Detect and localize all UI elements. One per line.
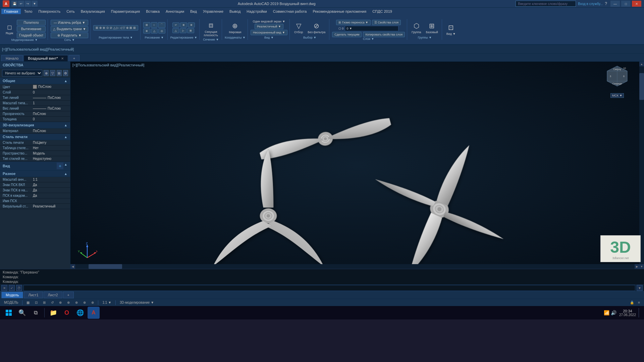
- status-grid[interactable]: ▦: [25, 301, 31, 304]
- props-icon-btn4[interactable]: ⚙: [63, 70, 68, 76]
- status-osnap[interactable]: ⊕: [58, 301, 63, 304]
- ribbon-btn-bez-filtra[interactable]: ⊘ Без фильтра: [306, 21, 327, 35]
- draw-btn2[interactable]: ○: [151, 22, 157, 28]
- menu-item-vizualizaciya[interactable]: Визуализация: [78, 9, 108, 14]
- status-dynin[interactable]: ⊕: [74, 301, 79, 304]
- section-general[interactable]: Общие ▲: [0, 78, 70, 84]
- view-unsaved-btn[interactable]: Несохраненный вид ▼: [251, 30, 287, 35]
- props-icon-btn2[interactable]: ▽: [50, 70, 55, 76]
- edit-btn2[interactable]: ⊕: [180, 22, 187, 27]
- edit-btn1[interactable]: ↩: [172, 22, 179, 27]
- menu-item-annotacii[interactable]: Аннотации: [163, 9, 187, 14]
- props-icon-btn1[interactable]: ⊕: [44, 70, 49, 76]
- status-otrack[interactable]: ⊕: [66, 301, 71, 304]
- taskview-button[interactable]: ⧉: [30, 307, 42, 319]
- ribbon-btn-izvlech-rebra[interactable]: — Извлечь ребра ▼: [51, 20, 88, 25]
- draw-btn5[interactable]: △: [151, 28, 158, 34]
- menu-item-nadstroiki[interactable]: Надстройки: [244, 9, 269, 14]
- status-anno-scale[interactable]: 1:1 ▼: [101, 301, 113, 304]
- login-link[interactable]: Вход в службу...: [578, 2, 603, 6]
- edit-btn4[interactable]: △: [172, 28, 179, 33]
- close-button[interactable]: ✕: [632, 1, 641, 7]
- scroll-right-arrow[interactable]: ▶: [635, 264, 639, 269]
- status-workspace[interactable]: 3D-моделирование ▼: [118, 301, 155, 304]
- menu-item-upravlenie[interactable]: Управление: [200, 9, 226, 14]
- command-input[interactable]: [23, 285, 635, 291]
- model-tab-list1[interactable]: Лист1: [24, 292, 43, 298]
- status-polar[interactable]: ↺: [50, 301, 55, 304]
- selection-dropdown[interactable]: Ничего не выбрано: [2, 70, 42, 76]
- ribbon-btn-vid-dropdown[interactable]: ⊡ Вид ▼: [445, 22, 458, 37]
- menu-item-vstavka[interactable]: Вставка: [143, 9, 162, 14]
- quick-access-btn[interactable]: 💾: [11, 1, 17, 7]
- draw-btn4[interactable]: ⊕: [143, 28, 150, 34]
- ucs-indicator-btn[interactable]: МСК ▼: [610, 93, 624, 98]
- model-tab-model[interactable]: Модель: [1, 292, 23, 298]
- cmd-ok-btn[interactable]: ✓: [9, 285, 15, 291]
- gizmo-perenos-btn[interactable]: ⊞ Гизмо переноса ▼: [336, 20, 371, 25]
- menu-item-set[interactable]: Сеть: [64, 9, 77, 14]
- cmd-recent-btn[interactable]: ⏱: [16, 285, 22, 291]
- model-tab-add[interactable]: +: [63, 292, 74, 298]
- start-button[interactable]: [3, 307, 15, 319]
- draw-btn6[interactable]: ◎: [158, 28, 165, 34]
- menu-item-parametrizaciya[interactable]: Параметризация: [108, 9, 143, 14]
- svoistva-sloya-btn[interactable]: ☰ Свойства слоя: [372, 20, 401, 25]
- section-3d-viz[interactable]: 3D-визуализация ▲: [0, 122, 70, 128]
- ribbon-btn-base[interactable]: ⊞ Базовый: [424, 21, 440, 35]
- menu-item-poverkhnost[interactable]: Поверхность: [36, 9, 63, 14]
- files-taskbar-button[interactable]: 📁: [47, 307, 59, 319]
- layer-selector[interactable]: 0 ▼: [346, 27, 397, 30]
- ribbon-btn-section-plane[interactable]: ⧈ Секущая плоскость: [202, 20, 220, 38]
- doc-tab-add[interactable]: +: [69, 55, 79, 61]
- ribbon-btn-otbor[interactable]: ▽ Отбор: [292, 21, 305, 35]
- ribbon-btn-vydat-grani[interactable]: △ Выдавить грани ▼: [51, 26, 88, 32]
- menu-item-glavnaya[interactable]: Главная: [1, 9, 21, 14]
- viewcube[interactable]: Сверху 8 3 Спереди 10 МСК ▼: [604, 64, 631, 91]
- draw-btn1[interactable]: ⊞: [143, 22, 150, 28]
- ribbon-btn-redaktir-tela[interactable]: ⊞ ⊕ ⊗ ⊙ ⊘ △ ▷ ◁ ▽ ⊕ ⊠ ⊞: [93, 25, 138, 31]
- menu-item-telo[interactable]: Тело: [21, 9, 35, 14]
- autocad-taskbar-button[interactable]: A: [88, 307, 100, 319]
- status-lock[interactable]: 🔒: [629, 301, 635, 304]
- edit-btn6[interactable]: ⊞: [187, 28, 194, 33]
- status-menu[interactable]: ≡: [637, 301, 641, 304]
- taskbar-icon-network[interactable]: 📶: [604, 310, 609, 315]
- maximize-button[interactable]: □: [621, 1, 631, 7]
- viewport[interactable]: [=][Пользовательский вид][Реалистичный] …: [70, 62, 644, 269]
- doc-tab-propeller[interactable]: Воздушный винт* ✕: [23, 55, 68, 61]
- scroll-down-arrow[interactable]: ▼: [639, 264, 644, 269]
- ribbon-btn-vytiagivanie[interactable]: Вытягивание: [17, 26, 46, 32]
- menu-item-sovmestnaya[interactable]: Совместная работа: [270, 9, 310, 14]
- status-lineweight[interactable]: ⊕: [82, 301, 87, 304]
- minimize-button[interactable]: —: [610, 1, 620, 7]
- ribbon-btn-politelo[interactable]: Политело: [17, 20, 46, 25]
- ribbon-btn-gladkiy[interactable]: Гладкий объект: [17, 33, 46, 38]
- menu-item-rekomendovannye[interactable]: Рекомендованные приложения: [310, 9, 369, 14]
- section-print-style[interactable]: Стиль печати ▲: [0, 134, 70, 140]
- props-icon-btn3[interactable]: ⊞: [57, 70, 62, 76]
- taskbar-icon-sound[interactable]: 🔊: [611, 310, 616, 315]
- cmd-cancel-btn[interactable]: ✕: [1, 285, 7, 291]
- section-misc[interactable]: Разное ▲: [0, 171, 70, 177]
- ribbon-btn-world-ucs[interactable]: ⊕ Мировая: [227, 21, 243, 35]
- viewport-scrollbar-h[interactable]: ◀ ▶: [70, 264, 639, 269]
- view-realistic-btn[interactable]: Реалистичный ▼: [255, 24, 283, 29]
- kopirovat-svoistva-btn[interactable]: Копировать свойства слоя: [363, 32, 405, 37]
- opera-taskbar-button[interactable]: O: [61, 307, 73, 319]
- menu-item-spds[interactable]: СПДС 2019: [370, 9, 395, 14]
- doc-tab-nachalo[interactable]: Начало: [1, 55, 23, 61]
- edit-btn3[interactable]: ⊗: [188, 22, 195, 27]
- status-model[interactable]: МОДЕЛЬ: [3, 301, 19, 304]
- status-ortho[interactable]: ⊞: [42, 301, 47, 304]
- help-icon[interactable]: ?: [605, 1, 607, 6]
- search-bar[interactable]: Введите ключевое слово/фразу: [516, 1, 576, 7]
- show-desktop-btn[interactable]: [639, 308, 641, 317]
- scroll-thumb-h[interactable]: [89, 264, 122, 269]
- section-view[interactable]: Вид + ▲: [0, 162, 70, 171]
- sdelat-tekushchim-btn[interactable]: Сделать текущим: [332, 32, 362, 37]
- scroll-thumb-v[interactable]: [639, 73, 644, 100]
- ribbon-btn-yashchik[interactable]: ◻ Ящик: [3, 22, 15, 36]
- status-snap[interactable]: ⊡: [34, 301, 39, 304]
- search-taskbar-button[interactable]: 🔍: [16, 307, 28, 319]
